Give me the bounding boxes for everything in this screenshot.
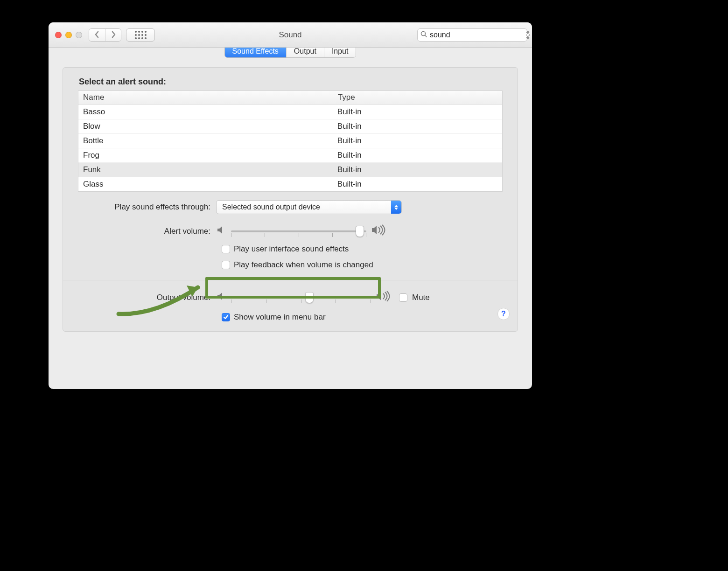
- forward-button[interactable]: [105, 29, 121, 42]
- window-toolbar: Sound: [49, 22, 532, 48]
- alert-sound-name: Funk: [78, 164, 333, 176]
- chevron-right-icon: [111, 31, 116, 40]
- column-header-name[interactable]: Name: [78, 91, 333, 104]
- minimize-window-button[interactable]: [65, 32, 72, 38]
- grid-icon: [135, 31, 147, 39]
- help-button[interactable]: ?: [497, 308, 510, 320]
- content-area: Sound Effects Output Input Select an ale…: [49, 48, 532, 346]
- mute-checkbox[interactable]: [399, 293, 407, 302]
- alert-sounds-table: Name Type BassoBuilt-inBlowBuilt-inBottl…: [78, 91, 503, 192]
- show-all-button[interactable]: [126, 28, 155, 42]
- alert-sound-row[interactable]: BlowBuilt-in: [78, 119, 502, 133]
- speaker-high-icon: [376, 291, 392, 304]
- table-header: Name Type: [78, 91, 502, 104]
- alert-sound-type: Built-in: [333, 149, 502, 161]
- traffic-lights: [55, 32, 82, 38]
- back-button[interactable]: [89, 29, 105, 42]
- svg-line-1: [425, 35, 427, 37]
- alert-sound-type: Built-in: [333, 164, 502, 176]
- sound-preferences-window: Sound Sound Effects Output Input Select …: [49, 22, 532, 389]
- output-volume-slider[interactable]: [231, 297, 371, 299]
- alert-sound-row[interactable]: BassoBuilt-in: [78, 104, 502, 119]
- show-volume-menu-row[interactable]: Show volume in menu bar: [222, 313, 503, 322]
- clear-search-button[interactable]: [526, 31, 530, 39]
- alert-sound-type: Built-in: [333, 120, 502, 132]
- speaker-high-icon: [371, 224, 387, 238]
- output-volume-label: Output volume:: [78, 293, 216, 302]
- close-window-button[interactable]: [55, 32, 62, 38]
- chevron-left-icon: [94, 31, 100, 40]
- alert-sound-name: Bottle: [78, 135, 333, 147]
- alert-volume-label: Alert volume:: [78, 227, 216, 236]
- alert-sound-type: Built-in: [333, 135, 502, 147]
- speaker-low-icon: [216, 225, 226, 237]
- alert-sound-row[interactable]: GlassBuilt-in: [78, 177, 502, 191]
- volume-feedback-label: Play feedback when volume is changed: [234, 260, 373, 270]
- alert-sound-type: Built-in: [333, 178, 502, 190]
- search-input[interactable]: [430, 31, 523, 39]
- alert-sound-name: Blow: [78, 120, 333, 132]
- volume-feedback-row[interactable]: Play feedback when volume is changed: [222, 260, 503, 270]
- alert-sound-name: Basso: [78, 106, 333, 118]
- alert-sound-heading: Select an alert sound:: [79, 77, 503, 87]
- alert-sound-row[interactable]: FrogBuilt-in: [78, 148, 502, 162]
- zoom-window-button[interactable]: [76, 32, 82, 38]
- ui-sound-effects-row[interactable]: Play user interface sound effects: [222, 244, 503, 254]
- play-through-label: Play sound effects through:: [78, 202, 216, 212]
- show-volume-menu-checkbox[interactable]: [222, 313, 230, 321]
- column-header-type[interactable]: Type: [333, 91, 502, 104]
- volume-feedback-checkbox[interactable]: [222, 261, 230, 269]
- ui-sound-effects-checkbox[interactable]: [222, 245, 230, 253]
- alert-sound-name: Frog: [78, 149, 333, 161]
- chevron-up-down-icon: [391, 201, 401, 214]
- search-icon: [420, 30, 427, 40]
- alert-sound-name: Glass: [78, 178, 333, 190]
- alert-volume-slider[interactable]: [231, 230, 366, 232]
- alert-volume-thumb[interactable]: [356, 226, 364, 237]
- alert-sound-row[interactable]: BottleBuilt-in: [78, 133, 502, 148]
- play-through-select[interactable]: Selected sound output device: [216, 200, 402, 214]
- alert-sound-row[interactable]: FunkBuilt-in: [78, 162, 502, 177]
- search-field[interactable]: [417, 28, 527, 42]
- play-through-value: Selected sound output device: [222, 203, 320, 211]
- sound-effects-panel: Select an alert sound: Name Type BassoBu…: [63, 67, 518, 332]
- output-volume-thumb[interactable]: [305, 292, 314, 303]
- mute-label: Mute: [412, 293, 430, 302]
- alert-sound-type: Built-in: [333, 106, 502, 118]
- show-volume-menu-label: Show volume in menu bar: [234, 313, 326, 322]
- ui-sound-effects-label: Play user interface sound effects: [234, 244, 349, 254]
- speaker-low-icon: [216, 291, 226, 304]
- divider: [63, 280, 518, 280]
- nav-back-forward-group: [89, 28, 121, 42]
